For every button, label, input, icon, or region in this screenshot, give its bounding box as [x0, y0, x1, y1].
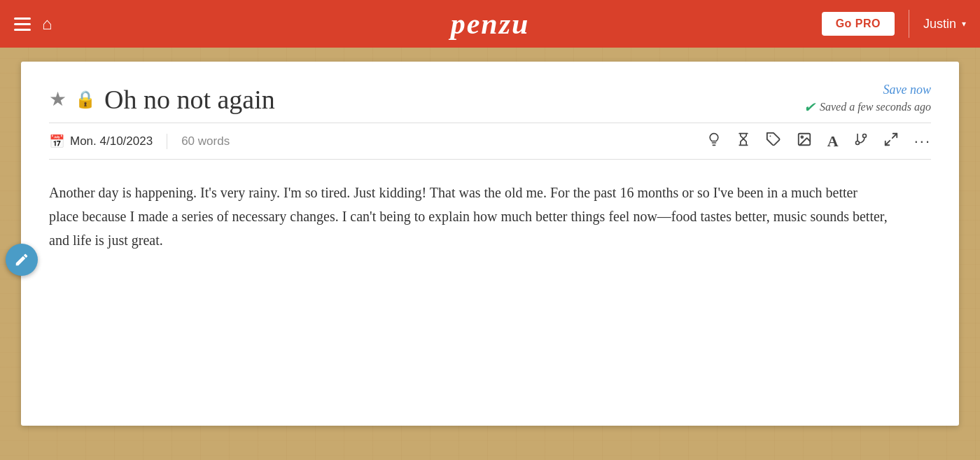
entry-body[interactable]: Another day is happening. It's very rain…	[49, 181, 889, 252]
svg-line-8	[892, 134, 896, 138]
user-name: Justin	[923, 17, 956, 32]
idea-icon[interactable]	[707, 132, 721, 150]
date-section: 📅 Mon. 4/10/2023	[49, 134, 167, 149]
svg-line-9	[885, 141, 889, 145]
hamburger-icon[interactable]	[14, 18, 31, 31]
image-icon[interactable]	[797, 132, 812, 151]
calendar-icon: 📅	[49, 134, 64, 149]
nav-right: Go PRO Justin ▾	[822, 10, 966, 38]
go-pro-button[interactable]: Go PRO	[822, 12, 895, 36]
edit-fab-button[interactable]	[6, 244, 38, 276]
home-icon[interactable]: ⌂	[42, 15, 52, 34]
title-right: Save now ✔ Saved a few seconds ago	[804, 83, 931, 116]
content-area: ★ 🔒 Oh no not again Save now ✔ Saved a f…	[0, 48, 980, 460]
tag-icon[interactable]	[766, 132, 781, 151]
paper: ★ 🔒 Oh no not again Save now ✔ Saved a f…	[21, 62, 959, 426]
chevron-down-icon: ▾	[962, 19, 966, 29]
save-now-link[interactable]: Save now	[804, 83, 931, 97]
logo: penzu	[451, 7, 530, 41]
star-icon[interactable]: ★	[49, 88, 66, 111]
toolbar-icons: A	[707, 132, 931, 151]
svg-point-4	[801, 136, 803, 138]
fork-icon[interactable]	[854, 132, 868, 150]
top-nav: ⌂ penzu Go PRO Justin ▾	[0, 0, 980, 48]
title-left: ★ 🔒 Oh no not again	[49, 84, 275, 115]
metadata-row: 📅 Mon. 4/10/2023 60 words	[49, 123, 931, 160]
title-row: ★ 🔒 Oh no not again Save now ✔ Saved a f…	[49, 83, 931, 116]
lock-icon[interactable]: 🔒	[75, 90, 96, 109]
entry-date: Mon. 4/10/2023	[70, 134, 153, 148]
word-count: 60 words	[167, 134, 230, 148]
font-icon[interactable]: A	[827, 132, 839, 151]
saved-status: ✔ Saved a few seconds ago	[804, 99, 931, 116]
more-options-icon[interactable]: ···	[914, 132, 931, 151]
nav-center: penzu	[451, 7, 530, 41]
entry-title: Oh no not again	[104, 84, 275, 115]
check-icon: ✔	[804, 99, 816, 116]
nav-left: ⌂	[14, 15, 52, 34]
pencil-icon	[14, 252, 29, 267]
saved-status-text: Saved a few seconds ago	[820, 101, 931, 113]
user-menu[interactable]: Justin ▾	[923, 17, 966, 32]
expand-icon[interactable]	[883, 132, 899, 151]
hourglass-icon[interactable]	[736, 132, 750, 150]
nav-divider	[909, 10, 909, 38]
